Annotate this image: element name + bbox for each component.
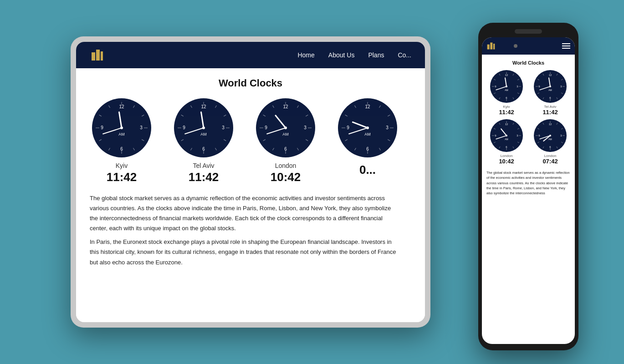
svg-line-114 [537, 93, 539, 94]
svg-line-10 [109, 148, 110, 150]
svg-line-137 [499, 123, 500, 124]
nav-plans[interactable]: Plans [368, 51, 384, 59]
tablet-logo [90, 48, 108, 62]
phone-clock-london2: 12 3 6 9 AM London [530, 119, 570, 165]
svg-line-31 [181, 140, 184, 141]
svg-line-153 [543, 147, 544, 148]
svg-line-148 [561, 128, 563, 129]
svg-line-156 [537, 128, 539, 129]
svg-line-13 [99, 115, 102, 116]
svg-point-105 [506, 86, 507, 87]
clock-time-partial: 0... [359, 163, 376, 177]
phone-logo-icon [486, 41, 496, 51]
svg-text:AM: AM [200, 132, 207, 136]
phone-clock-time-london1: 10:42 [499, 158, 514, 165]
hamburger-line-1 [562, 43, 570, 44]
svg-rect-83 [487, 45, 490, 50]
svg-line-47 [306, 140, 308, 141]
svg-text:12: 12 [283, 104, 288, 109]
svg-text:3: 3 [140, 125, 143, 130]
svg-text:6: 6 [506, 146, 507, 148]
svg-line-74 [355, 106, 356, 108]
nav-more[interactable]: Co... [398, 51, 411, 59]
svg-line-91 [513, 97, 514, 99]
svg-line-60 [276, 116, 286, 128]
svg-line-147 [557, 123, 558, 124]
svg-rect-84 [490, 43, 492, 50]
svg-text:9: 9 [183, 125, 185, 130]
clock-kyiv: 12 3 6 9 AM [90, 98, 153, 184]
nav-about[interactable]: About Us [328, 51, 355, 59]
svg-line-48 [297, 148, 299, 150]
tablet-content: World Clocks [76, 68, 425, 322]
svg-line-113 [543, 97, 544, 99]
clock-city-kyiv: Kyiv [116, 162, 128, 169]
svg-point-62 [284, 126, 287, 129]
svg-line-7 [142, 140, 144, 141]
svg-line-45 [306, 115, 308, 116]
svg-text:6: 6 [284, 147, 287, 152]
svg-line-154 [537, 142, 539, 143]
svg-text:6: 6 [549, 146, 551, 148]
phone-clock-time-telaviv: 11:42 [542, 109, 558, 116]
clock-time-london: 10:42 [271, 170, 301, 184]
svg-line-65 [388, 115, 390, 116]
svg-line-68 [379, 148, 381, 150]
phone-clock-city-london1: London [501, 154, 513, 158]
svg-line-67 [388, 140, 390, 141]
phone-body-text: The global stock market serves as a dyna… [486, 170, 570, 196]
tablet-navbar: Home About Us Plans Co... [76, 42, 425, 68]
svg-line-116 [537, 79, 539, 80]
svg-line-64 [379, 106, 381, 108]
svg-line-11 [99, 140, 102, 141]
svg-rect-85 [493, 44, 495, 50]
phone-clock-london1: 12 3 6 9 AM London 10:42 [486, 119, 527, 165]
svg-text:6: 6 [202, 147, 205, 152]
tablet-body-text-2: In Paris, the Euronext stock exchange pl… [90, 237, 399, 267]
phone-clock-city-london2: London [544, 154, 557, 158]
svg-line-108 [561, 79, 563, 80]
svg-text:9: 9 [101, 125, 103, 130]
svg-line-28 [215, 148, 217, 150]
phone-clock-face-london1: 12 3 6 9 AM [490, 119, 523, 152]
svg-line-93 [499, 97, 500, 99]
clock-time-kyiv: 11:42 [107, 170, 137, 184]
svg-line-111 [557, 97, 558, 99]
clock-face-kyiv: 12 3 6 9 AM [92, 98, 151, 157]
svg-rect-1 [96, 50, 100, 61]
svg-point-82 [366, 126, 369, 129]
svg-text:AM: AM [548, 138, 552, 141]
svg-line-123 [549, 78, 550, 86]
svg-point-22 [120, 126, 123, 129]
svg-line-53 [263, 115, 266, 116]
svg-line-73 [345, 115, 348, 116]
clock-time-telaviv: 11:42 [189, 170, 219, 184]
svg-line-5 [142, 115, 144, 116]
svg-line-33 [181, 115, 184, 116]
svg-text:9: 9 [495, 85, 496, 88]
clock-city-telaviv: Tel Aviv [193, 162, 214, 169]
svg-line-103 [505, 78, 506, 86]
svg-line-87 [513, 74, 514, 75]
scene: Home About Us Plans Co... World Clocks [0, 0, 624, 364]
svg-line-96 [494, 79, 495, 80]
svg-line-80 [353, 122, 368, 128]
svg-text:9: 9 [538, 85, 540, 88]
svg-text:12: 12 [549, 74, 552, 76]
hamburger-menu[interactable] [562, 43, 570, 49]
clock-london: 12 3 6 9 AM London [254, 98, 317, 184]
svg-line-30 [191, 148, 192, 150]
svg-line-143 [501, 129, 506, 136]
svg-line-8 [133, 148, 135, 150]
svg-point-165 [549, 135, 551, 136]
clock-face-london: 12 3 6 9 AM [256, 98, 315, 157]
nav-home[interactable]: Home [297, 51, 314, 59]
svg-line-25 [224, 115, 226, 116]
svg-line-54 [273, 106, 274, 108]
svg-line-44 [297, 106, 299, 108]
phone-screen: World Clocks [482, 37, 575, 344]
svg-line-127 [513, 123, 514, 124]
svg-text:12: 12 [505, 123, 508, 126]
svg-line-88 [517, 79, 519, 80]
svg-text:6: 6 [120, 147, 123, 152]
